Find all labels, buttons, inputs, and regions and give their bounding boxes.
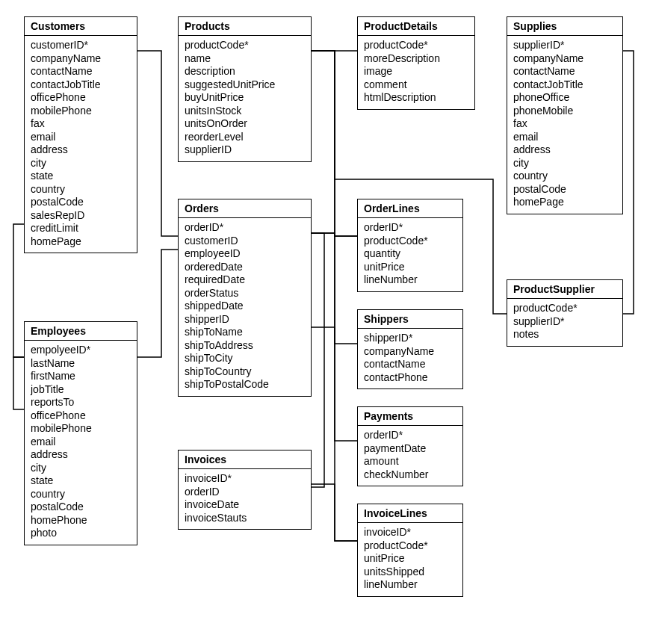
entity-field: productCode* — [364, 39, 468, 52]
entity-payments: PaymentsorderID*paymentDateamountcheckNu… — [357, 406, 463, 486]
entity-invoicelines: InvoiceLinesinvoiceID*productCode*unitPr… — [357, 504, 463, 597]
entity-fields: empolyeeID*lastNamefirstNamejobTitlerepo… — [25, 341, 137, 545]
entity-field: phoneOffice — [513, 91, 616, 105]
entity-field: customerID — [185, 235, 305, 248]
entity-field: address — [31, 448, 131, 462]
connector-customers-employees — [13, 224, 24, 357]
entity-title: Employees — [25, 322, 137, 341]
entity-field: orderStatus — [185, 287, 305, 300]
entity-field: state — [31, 170, 131, 183]
entity-fields: productCode*moreDescriptionimagecommenth… — [358, 36, 474, 109]
entity-field: mobilePhone — [31, 422, 131, 436]
entity-field: amount — [364, 455, 456, 468]
entity-title: OrderLines — [358, 199, 462, 218]
connector-invoices-invoicelines — [312, 484, 357, 541]
entity-field: description — [185, 65, 305, 78]
connector-products-orderlines — [312, 51, 357, 236]
entity-field: employeeID — [185, 247, 305, 261]
entity-field: requiredDate — [185, 273, 305, 287]
entity-field: shipToAddress — [185, 339, 305, 353]
entity-title: Supplies — [507, 17, 622, 36]
entity-field: homePage — [31, 235, 131, 249]
connector-supplies-productsupplier — [623, 51, 634, 314]
entity-field: postalCode — [31, 501, 131, 514]
entity-supplies: SuppliessupplierID*companyNamecontactNam… — [507, 16, 623, 214]
entity-title: Shippers — [358, 310, 462, 329]
entity-field: reorderLevel — [185, 131, 305, 144]
entity-field: buyUnitPrice — [185, 91, 305, 105]
entity-field: orderID* — [185, 221, 305, 235]
connector-orders-orderlines — [312, 233, 357, 236]
entity-field: shipToCity — [185, 352, 305, 365]
entity-field: companyName — [31, 52, 131, 66]
entity-field: lastName — [31, 357, 131, 371]
entity-title: InvoiceLines — [358, 504, 462, 523]
entity-field: comment — [364, 78, 468, 92]
connector-employees-self — [13, 357, 24, 409]
er-diagram-canvas: CustomerscustomerID*companyNamecontactNa… — [0, 0, 647, 644]
connector-orders-invoices — [312, 233, 324, 487]
entity-fields: orderID*customerIDemployeeIDorderedDater… — [179, 218, 311, 396]
entity-field: companyName — [364, 345, 456, 359]
entity-fields: orderID*paymentDateamountcheckNumber — [358, 426, 462, 486]
entity-field: supplierID* — [513, 39, 616, 52]
entity-field: postalCode — [31, 196, 131, 209]
entity-field: homePage — [513, 196, 616, 209]
entity-field: mobilePhone — [31, 105, 131, 118]
entity-fields: productCode*namedescriptionsuggestedUnit… — [179, 36, 311, 161]
entity-field: contactName — [513, 65, 616, 78]
entity-field: jobTitle — [31, 383, 131, 397]
entity-field: postalCode — [513, 183, 616, 196]
entity-field: creditLimit — [31, 222, 131, 235]
entity-field: orderedDate — [185, 261, 305, 274]
connector-customers-orders — [137, 51, 178, 236]
entity-field: email — [31, 436, 131, 449]
entity-field: empolyeeID* — [31, 344, 131, 357]
entity-field: contactName — [31, 65, 131, 78]
entity-title: Products — [179, 17, 311, 36]
entity-fields: invoiceID*productCode*unitPriceunitsShip… — [358, 523, 462, 596]
entity-field: orderID — [185, 486, 305, 499]
entity-field: city — [31, 157, 131, 170]
entity-field: officePhone — [31, 91, 131, 105]
entity-field: country — [31, 488, 131, 501]
entity-field: moreDescription — [364, 52, 468, 66]
entity-field: officePhone — [31, 409, 131, 423]
entity-field: unitsShipped — [364, 566, 456, 579]
entity-field: invoiceStauts — [185, 512, 305, 525]
entity-field: shipToName — [185, 326, 305, 339]
entity-field: orderID* — [364, 429, 456, 442]
entity-title: ProductDetails — [358, 17, 474, 36]
entity-invoices: InvoicesinvoiceID*orderIDinvoiceDateinvo… — [178, 450, 312, 530]
entity-orderlines: OrderLinesorderID*productCode*quantityun… — [357, 199, 463, 292]
entity-field: unitPrice — [364, 552, 456, 566]
entity-products: ProductsproductCode*namedescriptionsugge… — [178, 16, 312, 162]
entity-field: productCode* — [364, 235, 456, 248]
entity-field: name — [185, 52, 305, 66]
entity-field: supplierID — [185, 143, 305, 157]
entity-field: unitsOnOrder — [185, 117, 305, 131]
entity-field: address — [513, 143, 616, 157]
entity-field: city — [31, 462, 131, 475]
entity-field: supplierID* — [513, 315, 616, 329]
entity-fields: supplierID*companyNamecontactNamecontact… — [507, 36, 622, 214]
connector-products-invoicelines — [312, 51, 357, 541]
entity-field: invoiceID* — [364, 526, 456, 539]
entity-field: state — [31, 474, 131, 488]
entity-field: unitsInStock — [185, 105, 305, 118]
entity-field: image — [364, 65, 468, 78]
entity-field: shipToPostalCode — [185, 378, 305, 391]
entity-field: reportsTo — [31, 396, 131, 409]
entity-fields: productCode*supplierID*notes — [507, 299, 622, 346]
entity-field: city — [513, 157, 616, 170]
entity-field: salesRepID — [31, 209, 131, 223]
entity-title: ProductSupplier — [507, 280, 622, 299]
entity-field: contactPhone — [364, 371, 456, 385]
entity-field: email — [513, 131, 616, 144]
entity-field: unitPrice — [364, 261, 456, 274]
entity-field: firstName — [31, 370, 131, 383]
entity-field: invoiceDate — [185, 498, 305, 512]
entity-orders: OrdersorderID*customerIDemployeeIDordere… — [178, 199, 312, 397]
entity-field: productCode* — [364, 539, 456, 553]
entity-title: Invoices — [179, 451, 311, 469]
